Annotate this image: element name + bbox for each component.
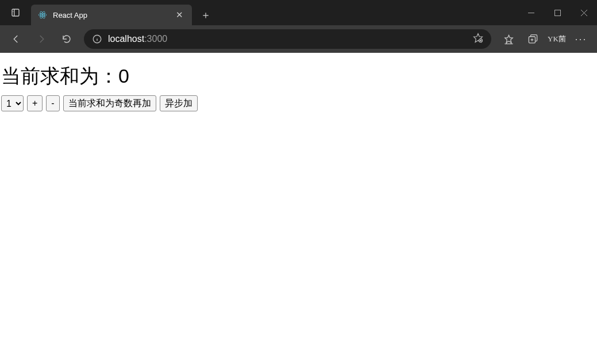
forward-button[interactable] bbox=[30, 28, 53, 51]
collections-button[interactable] bbox=[521, 28, 544, 51]
increment-if-odd-button[interactable]: 当前求和为奇数再加 bbox=[63, 95, 156, 111]
url-text: localhost:3000 bbox=[108, 34, 467, 44]
site-info-icon[interactable] bbox=[92, 34, 102, 44]
profile-button[interactable]: YK菌 bbox=[545, 28, 568, 51]
close-tab-icon[interactable]: ✕ bbox=[174, 9, 185, 21]
profile-label: YK菌 bbox=[548, 34, 566, 44]
svg-marker-17 bbox=[504, 35, 512, 42]
nav-bar: localhost:3000 YK菌 ··· bbox=[0, 25, 597, 53]
heading-prefix: 当前求和为： bbox=[1, 65, 118, 87]
url-port: :3000 bbox=[144, 34, 167, 44]
step-select[interactable]: 1 bbox=[1, 95, 24, 111]
favorite-icon[interactable] bbox=[473, 33, 483, 45]
controls-row: 1 + - 当前求和为奇数再加 异步加 bbox=[0, 95, 597, 111]
svg-rect-7 bbox=[554, 10, 560, 16]
new-tab-button[interactable]: ＋ bbox=[195, 5, 216, 25]
window-controls bbox=[518, 0, 597, 25]
page-content: 当前求和为：0 1 + - 当前求和为奇数再加 异步加 bbox=[0, 63, 597, 111]
browser-tab[interactable]: React App ✕ bbox=[31, 5, 192, 25]
favorites-button[interactable] bbox=[497, 28, 520, 51]
maximize-button[interactable] bbox=[544, 0, 571, 25]
close-window-button[interactable] bbox=[571, 0, 597, 25]
vertical-tabs-button[interactable] bbox=[0, 0, 31, 25]
refresh-button[interactable] bbox=[55, 28, 78, 51]
increment-async-button[interactable]: 异步加 bbox=[160, 95, 198, 111]
tab-bar: React App ✕ ＋ bbox=[0, 0, 597, 25]
svg-point-2 bbox=[42, 14, 44, 16]
increment-button[interactable]: + bbox=[27, 95, 43, 111]
sum-heading: 当前求和为：0 bbox=[0, 63, 597, 90]
react-icon bbox=[38, 10, 47, 20]
minimize-button[interactable] bbox=[518, 0, 544, 25]
tab-title: React App bbox=[53, 11, 168, 20]
more-button[interactable]: ··· bbox=[569, 28, 592, 51]
back-button[interactable] bbox=[5, 28, 28, 51]
address-bar[interactable]: localhost:3000 bbox=[84, 29, 491, 49]
sum-value: 0 bbox=[118, 65, 129, 87]
svg-rect-0 bbox=[12, 9, 19, 16]
decrement-button[interactable]: - bbox=[46, 95, 59, 111]
url-host: localhost bbox=[108, 34, 144, 44]
